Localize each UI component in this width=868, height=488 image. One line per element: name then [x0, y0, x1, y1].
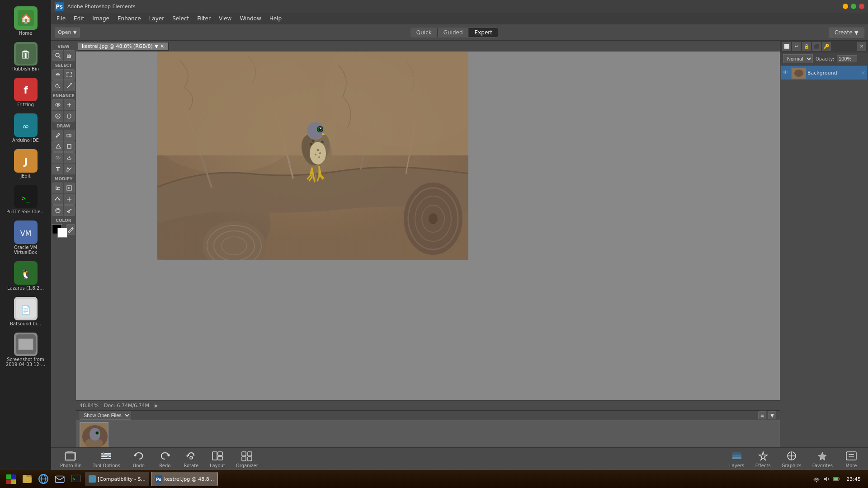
close-button[interactable]	[859, 4, 864, 9]
layers-btn6[interactable]: ✕	[857, 42, 866, 51]
taskbar-start[interactable]	[4, 472, 18, 486]
bottom-tool-options[interactable]: Tool Options	[89, 448, 124, 470]
open-dropdown[interactable]: Open ▼	[55, 28, 80, 38]
paint-bucket-tool[interactable]	[64, 164, 75, 174]
layers-btn5[interactable]: 🔑	[822, 42, 831, 51]
dock-item-virtualbox[interactable]: VM Oracle VM VirtualBox	[3, 218, 48, 258]
taskbar-terminal[interactable]: >_	[69, 472, 83, 486]
move-tool[interactable]	[52, 69, 63, 80]
bottom-graphics[interactable]: Graphics	[778, 448, 805, 470]
menu-enhance[interactable]: Enhance	[114, 14, 145, 23]
bottom-more[interactable]: More	[840, 448, 863, 470]
dock-item-home[interactable]: 🏠 Home	[3, 4, 48, 38]
bottom-redo[interactable]: Redo	[154, 448, 176, 470]
show-open-files-dropdown[interactable]: Show Open Files	[80, 411, 131, 420]
crop-tool[interactable]	[52, 183, 63, 193]
content-aware-tool[interactable]	[52, 205, 63, 216]
canvas-tab-kestrel[interactable]: kestrel.jpg @ 48.8% (RGB/8) ▼ ✕	[78, 42, 169, 51]
minimize-button[interactable]	[843, 4, 848, 9]
recompose-tool[interactable]	[64, 183, 75, 193]
bottom-undo[interactable]: Undo	[127, 448, 150, 470]
dock-label-lazarus: Lazarus (1.8.2...	[7, 286, 44, 291]
taskbar-app-kestrel[interactable]: Ps kestrel.jpg @ 48.8...	[151, 472, 218, 486]
mode-guided[interactable]: Guided	[438, 28, 468, 37]
battery-icon[interactable]	[833, 475, 840, 483]
photo-bin-expand[interactable]: ▼	[768, 411, 776, 419]
dock-item-batsound[interactable]: 📄 Batsound bi...	[3, 294, 48, 329]
photo-thumb-kestrel[interactable]	[80, 422, 108, 447]
bottom-layers[interactable]: Layers	[726, 448, 748, 470]
photo-bin-menu[interactable]: ≡	[758, 411, 766, 419]
dock-item-arduino[interactable]: ∞ Arduino IDE	[3, 111, 48, 145]
menu-help[interactable]: Help	[266, 14, 285, 23]
bottom-layout[interactable]: Layout	[206, 448, 229, 470]
menu-filter[interactable]: Filter	[193, 14, 214, 23]
lasso-tool[interactable]	[52, 80, 63, 91]
canvas-viewport[interactable]	[76, 52, 780, 400]
background-color[interactable]	[57, 228, 67, 238]
menu-file[interactable]: File	[53, 14, 69, 23]
taskbar-mail[interactable]	[52, 472, 67, 486]
dock-item-putty[interactable]: >_ PuTTY SSH Clie...	[3, 182, 48, 217]
marquee-tool[interactable]	[64, 69, 75, 80]
create-button[interactable]: Create ▼	[829, 28, 864, 38]
menu-layer[interactable]: Layer	[146, 14, 168, 23]
bottom-effects[interactable]: Effects	[752, 448, 774, 470]
straighten-tool[interactable]	[64, 205, 75, 216]
dodge-tool[interactable]	[64, 152, 75, 163]
layer-visibility-icon[interactable]: 👁	[783, 70, 789, 76]
network-icon[interactable]	[813, 475, 820, 483]
brush-tool[interactable]	[52, 130, 63, 141]
hand-tool[interactable]	[64, 50, 75, 61]
shape-tool[interactable]	[64, 141, 75, 152]
svg-point-30	[57, 104, 59, 106]
canvas-tab-close[interactable]: ✕	[160, 43, 164, 49]
menu-select[interactable]: Select	[169, 14, 193, 23]
slice-tool[interactable]	[64, 194, 75, 205]
dock-item-jedit[interactable]: J jEdit	[3, 146, 48, 181]
menu-view[interactable]: View	[215, 14, 235, 23]
dock-item-lazarus[interactable]: 🐧 Lazarus (1.8.2...	[3, 258, 48, 293]
bottom-photo-bin[interactable]: Photo Bin	[57, 448, 85, 470]
text-tool[interactable]: T	[52, 164, 63, 174]
bottom-organizer[interactable]: Organizer	[232, 448, 262, 470]
layers-btn1[interactable]: ⬜	[782, 42, 791, 51]
dock-item-rubbish-bin[interactable]: 🗑 Rubbish Bin	[3, 39, 48, 74]
bottom-favorites[interactable]: Favorites	[809, 448, 836, 470]
eraser-tool[interactable]	[64, 130, 75, 141]
maximize-button[interactable]	[851, 4, 856, 9]
canvas-tab-dropdown[interactable]: ▼	[155, 43, 158, 49]
magic-wand-tool[interactable]: ✦	[64, 80, 75, 91]
volume-icon[interactable]	[823, 475, 830, 483]
menu-image[interactable]: Image	[89, 14, 113, 23]
layer-close-btn[interactable]: ✕	[861, 70, 865, 76]
dock-item-fritzing[interactable]: f Fritzing	[3, 75, 48, 110]
layers-btn3[interactable]: 🔒	[802, 42, 811, 51]
opacity-input[interactable]	[837, 55, 857, 62]
heal-tool[interactable]	[64, 99, 75, 110]
clone-tool[interactable]	[52, 141, 63, 152]
zoom-tool[interactable]	[52, 50, 63, 61]
svg-point-38	[57, 156, 60, 159]
eye-tool[interactable]	[52, 99, 63, 110]
layers-btn4[interactable]: ⬛	[812, 42, 821, 51]
taskbar-browser[interactable]	[36, 472, 51, 486]
sponge-tool[interactable]	[64, 111, 75, 122]
layers-btn2[interactable]: ↩	[792, 42, 801, 51]
taskbar-files[interactable]	[20, 472, 34, 486]
taskbar-app-compatibility[interactable]: [Compatibility - S...	[85, 472, 149, 486]
color-picker-tool[interactable]	[66, 224, 75, 235]
blend-mode-select[interactable]: Normal	[783, 54, 813, 63]
mode-expert[interactable]: Expert	[469, 28, 498, 37]
dock-item-screenshot[interactable]: Screenshot from 2019-04-03 12-...	[3, 330, 48, 370]
transform-tool[interactable]	[52, 194, 63, 205]
menu-edit[interactable]: Edit	[70, 14, 88, 23]
layer-item-background[interactable]: 👁 Background ✕	[781, 66, 867, 80]
svg-line-24	[59, 56, 61, 58]
brush-tool-enhance[interactable]	[52, 111, 63, 122]
blur-tool[interactable]	[52, 152, 63, 163]
menu-window[interactable]: Window	[236, 14, 264, 23]
bottom-rotate[interactable]: Rotate	[180, 448, 203, 470]
status-expand[interactable]: ▶	[155, 403, 158, 408]
mode-quick[interactable]: Quick	[411, 28, 437, 37]
